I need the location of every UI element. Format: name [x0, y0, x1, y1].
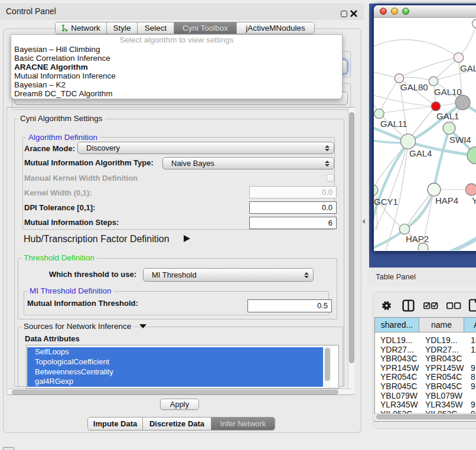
table-cell[interactable]: YLR345W	[419, 400, 464, 410]
network-node-gal11[interactable]	[374, 109, 384, 118]
minimize-traffic-light[interactable]	[391, 8, 398, 15]
table-cell[interactable]: 9.	[464, 364, 476, 373]
column-header-a[interactable]: A	[464, 318, 476, 332]
data-attribute-item-betweennesscentrality[interactable]: BetweennessCentrality	[27, 367, 323, 377]
table-cell[interactable]: YDL19...	[375, 336, 419, 345]
network-edge[interactable]	[374, 143, 408, 224]
network-edge[interactable]	[458, 24, 476, 57]
minimized-panel-icon[interactable]	[3, 447, 14, 450]
table-row-ypr145w[interactable]: YPR145WYPR145W9.	[375, 364, 476, 373]
gear-icon[interactable]	[382, 300, 392, 311]
dpi-tolerance-field[interactable]: 0.0	[249, 201, 337, 214]
mi-algorithm-type-combobox[interactable]: Naive Bayes	[162, 157, 334, 169]
network-node[interactable]	[472, 19, 476, 28]
network-edge[interactable]	[379, 106, 436, 113]
unchecked-columns-icon[interactable]	[446, 302, 461, 309]
aracne-mode-combobox[interactable]: Discovery	[77, 142, 334, 154]
bottom-tab-impute-data[interactable]: Impute Data	[88, 418, 142, 430]
table-row-ydl19[interactable]: YDL19...YDL19...13	[375, 336, 476, 345]
table-cell[interactable]	[464, 354, 476, 364]
column-header-shared[interactable]: shared...	[375, 318, 419, 332]
manual-kernel-width-checkbox[interactable]	[327, 174, 334, 182]
algorithm-option-basic-correlation-inference[interactable]: Basic Correlation Inference	[11, 54, 342, 63]
close-icon[interactable]	[350, 9, 358, 18]
splitter-collapse-icon[interactable]	[362, 219, 365, 224]
mi-steps-field[interactable]: 6	[249, 217, 337, 229]
table-cell[interactable]: 9.	[464, 400, 476, 410]
data-attribute-item-selfloops[interactable]: SelfLoops	[27, 347, 323, 357]
table-cell[interactable]: 9.	[464, 382, 476, 392]
table-horizontal-scrollbar-thumb[interactable]	[376, 415, 476, 419]
tab-cyni-toolbox[interactable]: Cyni Toolbox	[174, 22, 236, 34]
data-attributes-list[interactable]: SelfLoopsTopologicalCoefficientBetweenne…	[26, 345, 339, 389]
settings-vertical-scrollbar-thumb[interactable]	[349, 112, 354, 363]
table-cell[interactable]	[464, 392, 476, 401]
hub-expand-arrow-icon[interactable]	[184, 235, 190, 242]
table-row-ylr345w[interactable]: YLR345WYLR345W9.	[375, 400, 476, 410]
column-header-name[interactable]: name	[419, 318, 464, 332]
bottom-tab-discretize-data[interactable]: Discretize Data	[142, 418, 211, 430]
table-cell[interactable]: YBR045C	[375, 382, 419, 392]
network-edge[interactable]	[374, 40, 458, 57]
network-edge[interactable]	[399, 77, 433, 81]
table-cell[interactable]: 13	[464, 336, 476, 345]
table-cell[interactable]: YBL079W	[419, 392, 464, 401]
table-row-ybr043c[interactable]: YBR043CYBR043C	[375, 354, 476, 364]
table-cell[interactable]: YBR043C	[375, 354, 419, 364]
table-row-yer054c[interactable]: YER054CYER054C8.	[375, 373, 476, 382]
kernel-width-field[interactable]: 0.0	[249, 186, 337, 198]
network-edge[interactable]	[448, 234, 476, 250]
apply-button[interactable]: Apply	[160, 399, 199, 410]
algorithm-option-bayesian-hill-climbing[interactable]: Bayesian – Hill Climbing	[11, 45, 342, 54]
list-vertical-scrollbar-thumb[interactable]	[325, 348, 330, 381]
table-cell[interactable]: YBR045C	[419, 382, 464, 392]
table-cell[interactable]: 12	[464, 345, 476, 355]
float-window-icon[interactable]	[341, 11, 347, 17]
network-node-swi4[interactable]	[443, 122, 455, 135]
table-cell[interactable]: YBL079W	[375, 392, 419, 401]
network-edge[interactable]	[405, 190, 434, 229]
network-node-hap2[interactable]	[399, 224, 409, 234]
which-threshold-combobox[interactable]: MI Threshold	[143, 268, 314, 282]
network-node-gal4[interactable]	[400, 134, 415, 149]
network-node-gcy1[interactable]	[374, 185, 378, 195]
table-cell[interactable]: YER054C	[375, 373, 419, 382]
table-row-ybl079w[interactable]: YBL079WYBL079W	[375, 392, 476, 401]
data-attribute-item-gal4rgexp[interactable]: gal4RGexp	[27, 377, 323, 387]
table-cell[interactable]: YER054C	[419, 373, 464, 382]
network-node-gal80[interactable]	[395, 74, 403, 83]
mi-threshold-field[interactable]: 0.5	[247, 299, 332, 312]
algorithm-option-mutual-information-inference[interactable]: Mutual Information Inference	[11, 71, 342, 80]
table-cell[interactable]: 8.	[464, 373, 476, 382]
table-row-ydr27[interactable]: YDR27...YDR27...12	[375, 345, 476, 355]
network-node-hap4[interactable]	[428, 183, 441, 196]
network-edge[interactable]	[379, 78, 399, 113]
network-node[interactable]	[455, 95, 470, 110]
settings-horizontal-scrollbar-thumb[interactable]	[12, 390, 338, 394]
table-cell[interactable]: YLR345W	[375, 400, 419, 410]
algorithm-option-dream8-dc-tdc-algorithm[interactable]: Dream8 DC_TDC Algorithm	[11, 89, 342, 98]
sources-collapse-arrow-icon[interactable]	[139, 324, 146, 328]
close-traffic-light[interactable]	[380, 8, 387, 15]
tab-network[interactable]: Network	[56, 22, 106, 34]
tab-select[interactable]: Select	[137, 22, 174, 34]
hub-definition-label[interactable]: Hub/Transcription Factor Definition	[24, 234, 169, 244]
network-node-gal10[interactable]	[429, 77, 438, 86]
network-window-titlebar[interactable]	[374, 5, 476, 18]
tab-jactivemnodules[interactable]: jActiveMNodules	[236, 22, 314, 34]
checked-columns-icon[interactable]	[423, 302, 438, 309]
table-cell[interactable]: YDL19...	[419, 336, 464, 345]
table-cell[interactable]: YDR27...	[375, 345, 419, 355]
network-edge[interactable]	[374, 141, 408, 236]
tab-style[interactable]: Style	[106, 22, 137, 34]
zoom-traffic-light[interactable]	[402, 8, 409, 15]
new-table-icon[interactable]	[468, 299, 476, 312]
network-edge[interactable]	[405, 190, 434, 229]
network-node-y[interactable]	[466, 184, 476, 195]
network-node-gal2[interactable]	[454, 53, 463, 62]
table-cell[interactable]: YBR043C	[419, 354, 464, 364]
network-node-gal1[interactable]	[431, 102, 440, 110]
table-row-ybr045c[interactable]: YBR045CYBR045C9.	[375, 382, 476, 392]
network-edge[interactable]	[399, 57, 458, 78]
network-node[interactable]	[418, 243, 428, 251]
